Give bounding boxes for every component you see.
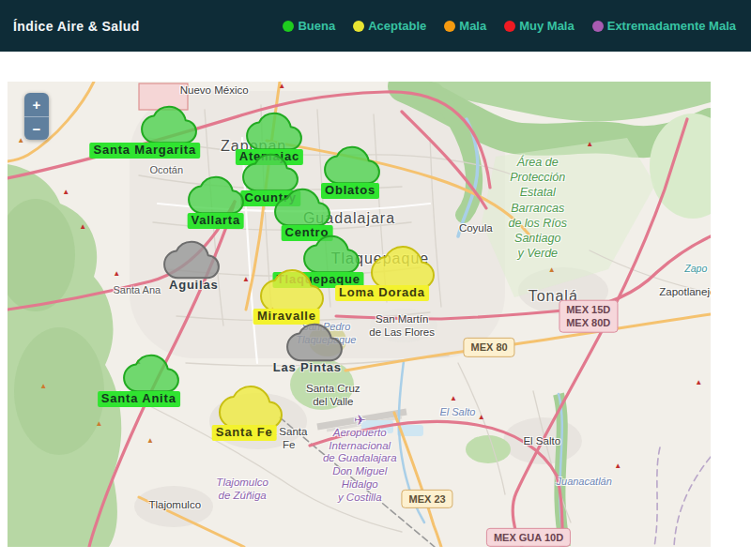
- legend-label: Extremadamente Mala: [607, 19, 736, 33]
- zoom-in-button[interactable]: +: [24, 93, 49, 116]
- air-quality-legend: BuenaAceptableMalaMuy MalaExtremadamente…: [283, 19, 736, 33]
- legend-item: Buena: [283, 19, 335, 33]
- station-cloud-icon: [220, 386, 282, 430]
- legend-label: Buena: [298, 19, 335, 33]
- legend-label: Aceptable: [368, 19, 426, 33]
- zoom-out-button[interactable]: −: [24, 116, 49, 140]
- station-cloud-icon: [164, 240, 219, 279]
- legend-dot-icon: [283, 21, 294, 32]
- station-label: Santa Margarita: [89, 143, 200, 159]
- station-label: Santa Anita: [98, 391, 180, 407]
- station-cloud-icon: [142, 106, 196, 144]
- station-cloud-icon: [243, 154, 298, 192]
- station-label: Loma Dorada: [335, 285, 429, 301]
- legend-dot-icon: [592, 21, 604, 32]
- legend-item: Muy Mala: [504, 19, 575, 33]
- station-cloud-icon: [124, 354, 178, 392]
- station-label: Oblatos: [321, 183, 379, 199]
- station-cloud-icon: [287, 323, 342, 361]
- station-cloud-icon: [325, 145, 379, 184]
- station-label: Aguilas: [169, 278, 219, 294]
- legend-label: Mala: [459, 19, 486, 33]
- app-title: Índice Aire & Salud: [13, 19, 140, 34]
- legend-dot-icon: [353, 21, 364, 32]
- station-label: Vallarta: [187, 213, 244, 229]
- legend-item: Mala: [444, 19, 486, 33]
- legend-item: Aceptable: [353, 19, 426, 33]
- station-cloud-icon: [275, 188, 330, 226]
- legend-dot-icon: [504, 21, 515, 32]
- map[interactable]: ▲▲▲▲▲▲▲▲▲▲▲▲▲▲▲▲▲ Nuevo MéxicoZapopanOco…: [8, 82, 711, 547]
- station-label: Santa Fe: [212, 425, 277, 441]
- map-zoom-control: + −: [24, 93, 49, 140]
- station-label: Las Pintas: [273, 360, 342, 376]
- app-header: Índice Aire & Salud BuenaAceptableMalaMu…: [0, 0, 751, 52]
- station-cloud-icon: [261, 269, 323, 313]
- legend-label: Muy Mala: [519, 19, 575, 33]
- station-cloud-icon: [247, 113, 301, 151]
- legend-item: Extremadamente Mala: [592, 19, 736, 33]
- station-cloud-icon: [189, 176, 243, 215]
- legend-dot-icon: [444, 21, 455, 32]
- station-cloud-icon: [304, 235, 359, 274]
- station-cloud-icon: [372, 245, 434, 289]
